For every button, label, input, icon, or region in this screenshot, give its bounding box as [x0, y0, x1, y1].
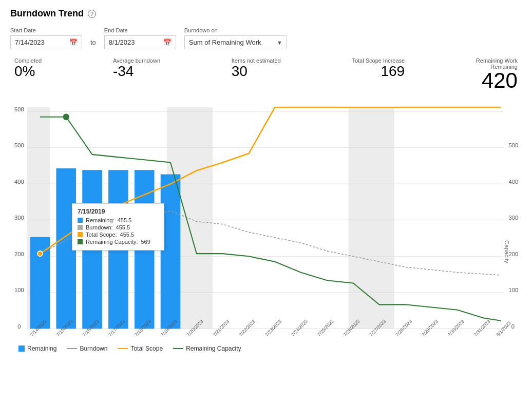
tooltip-remaining-swatch	[78, 218, 83, 223]
tooltip-remaining-capacity-row: Remaining Capacity: 569	[78, 239, 159, 245]
svg-text:7/25/2023: 7/25/2023	[316, 319, 335, 337]
legend-total-scope-label: Total Scope	[130, 345, 163, 352]
chevron-down-icon: ▼	[277, 40, 282, 46]
completed-stat: Completed 0%	[14, 57, 42, 80]
svg-point-50	[37, 251, 43, 256]
tooltip-remaining-capacity-value: 569	[141, 239, 150, 245]
svg-text:500: 500	[14, 142, 24, 148]
tooltip-remaining-capacity-label: Remaining Capacity:	[86, 239, 138, 245]
items-not-estimated-value: 30	[232, 64, 248, 80]
controls-row: Start Date 7/14/2023 📅 to End Date 8/1/2…	[10, 27, 522, 49]
legend-remaining-capacity: Remaining Capacity	[173, 345, 241, 352]
svg-text:600: 600	[14, 106, 24, 112]
tooltip-total-scope-label: Total Scope:	[86, 232, 117, 238]
tooltip-burndown-row: Burndown: 455.5	[78, 224, 159, 230]
svg-text:200: 200	[14, 251, 24, 257]
remaining-value: 420	[482, 70, 518, 91]
tooltip-date: 7/15/2019	[78, 208, 159, 215]
svg-text:7/23/2023: 7/23/2023	[264, 319, 282, 337]
tooltip-burndown-swatch	[78, 225, 83, 230]
legend-remaining-swatch	[18, 345, 25, 352]
remaining-work-stat: Remaining Work Remaining 420	[476, 57, 518, 91]
legend-burndown-line	[67, 348, 77, 349]
legend-remaining-capacity-line	[173, 348, 183, 349]
page-container: Burndown Trend ? Start Date 7/14/2023 📅 …	[0, 0, 532, 404]
tooltip: 7/15/2019 Remaining: 455.5 Burndown: 455…	[72, 203, 164, 251]
svg-text:7/22/2023: 7/22/2023	[238, 319, 257, 337]
svg-rect-29	[161, 175, 181, 329]
tooltip-total-scope-swatch	[78, 232, 83, 237]
completed-value: 0%	[14, 64, 35, 80]
title-row: Burndown Trend ?	[10, 8, 522, 19]
tooltip-burndown-value: 455.5	[116, 224, 130, 230]
to-label: to	[90, 39, 96, 46]
svg-text:7/29/2023: 7/29/2023	[421, 319, 439, 337]
end-date-label: End Date	[104, 27, 176, 33]
legend-burndown: Burndown	[67, 345, 107, 352]
svg-text:400: 400	[509, 179, 519, 185]
svg-rect-23	[349, 107, 394, 329]
items-not-estimated-stat: Items not estimated 30	[232, 57, 281, 80]
start-date-label: Start Date	[10, 27, 82, 33]
tooltip-remaining-capacity-swatch	[78, 239, 83, 244]
svg-text:7/21/2023: 7/21/2023	[212, 319, 231, 337]
legend-remaining-capacity-label: Remaining Capacity	[186, 345, 241, 352]
remaining-work-label: Remaining Work	[476, 57, 518, 64]
start-date-value: 7/14/2023	[15, 39, 66, 46]
stats-row: Completed 0% Average burndown -34 Items …	[10, 57, 522, 91]
tooltip-remaining-label: Remaining:	[86, 217, 115, 223]
legend-row: Remaining Burndown Total Scope Remaining…	[10, 341, 522, 356]
legend-total-scope-line	[118, 348, 128, 349]
svg-text:500: 500	[509, 142, 519, 148]
svg-text:200: 200	[509, 251, 519, 257]
legend-total-scope: Total Scope	[118, 345, 163, 352]
svg-text:7/31/2023: 7/31/2023	[473, 319, 491, 337]
burndown-group: Burndown on Sum of Remaining Work ▼	[184, 27, 287, 49]
burndown-value: Sum of Remaining Work	[189, 39, 274, 46]
end-date-input[interactable]: 8/1/2023 📅	[104, 35, 176, 49]
svg-text:7/24/2023: 7/24/2023	[290, 319, 309, 337]
legend-remaining: Remaining	[18, 345, 56, 352]
svg-text:7/30/2023: 7/30/2023	[447, 319, 465, 337]
svg-point-49	[63, 114, 69, 121]
tooltip-total-scope-value: 455.5	[120, 232, 135, 238]
svg-text:100: 100	[509, 287, 519, 293]
legend-burndown-label: Burndown	[80, 345, 107, 352]
svg-text:400: 400	[14, 179, 24, 185]
svg-text:100: 100	[14, 287, 24, 293]
svg-text:300: 300	[14, 215, 24, 221]
avg-burndown-value: -34	[113, 64, 134, 80]
tooltip-remaining-row: Remaining: 455.5	[78, 217, 159, 223]
tooltip-remaining-value: 455.5	[118, 217, 132, 223]
svg-text:7/28/2023: 7/28/2023	[395, 319, 413, 337]
end-date-value: 8/1/2023	[109, 39, 160, 46]
chart-area: 600 500 400 300 200 100 0 500 400 300 20…	[10, 95, 522, 337]
total-scope-value: 169	[381, 64, 405, 80]
page-title: Burndown Trend	[10, 8, 84, 19]
start-date-group: Start Date 7/14/2023 📅	[10, 27, 82, 49]
svg-text:Capacity: Capacity	[504, 240, 510, 263]
tooltip-burndown-label: Burndown:	[86, 224, 113, 230]
end-date-group: End Date 8/1/2023 📅	[104, 27, 176, 49]
burndown-label: Burndown on	[184, 27, 287, 33]
help-icon[interactable]: ?	[88, 10, 96, 18]
svg-text:0: 0	[17, 323, 21, 330]
end-date-calendar-icon[interactable]: 📅	[163, 39, 172, 46]
legend-remaining-label: Remaining	[27, 345, 56, 352]
tooltip-total-scope-row: Total Scope: 455.5	[78, 232, 159, 238]
svg-text:0: 0	[511, 323, 515, 330]
svg-text:300: 300	[509, 215, 519, 221]
burndown-dropdown[interactable]: Sum of Remaining Work ▼	[184, 35, 287, 49]
avg-burndown-stat: Average burndown -34	[113, 57, 160, 80]
start-date-input[interactable]: 7/14/2023 📅	[10, 35, 82, 49]
total-scope-stat: Total Scope Increase 169	[352, 57, 405, 80]
start-date-calendar-icon[interactable]: 📅	[69, 39, 78, 46]
